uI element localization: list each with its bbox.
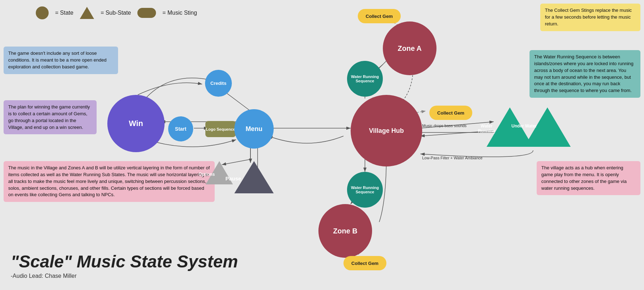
legend-substate-label: = Sub-State — [101, 10, 131, 16]
label-low-pass: Low-Pass Filter + Water Ambiance — [422, 156, 483, 160]
legend-state-shape — [36, 6, 49, 19]
node-zone-b: Zone B — [318, 204, 372, 258]
node-water-running-seq-top: Water Running Sequence — [347, 61, 383, 97]
legend: = State = Sub-State = Music Sting — [36, 6, 197, 19]
node-collect-gem-1: Collect Gem — [358, 9, 401, 23]
node-village-hub: Village Hub — [351, 95, 422, 166]
node-collect-gem-3: Collect Gem — [343, 256, 386, 270]
node-start: Start — [168, 116, 193, 141]
info-water-running: The Water Running Sequence is between is… — [530, 50, 640, 98]
node-water-running-seq-bot: Water Running Sequence — [347, 172, 383, 208]
node-menu: Menu — [234, 109, 274, 149]
legend-sting-shape — [137, 8, 156, 18]
node-pause: Pause — [234, 161, 274, 193]
diagram-container: { "legend": { "state_label": "= State", … — [0, 0, 644, 290]
title-sub: -Audio Lead: Chase Miller — [11, 273, 238, 279]
legend-substate-shape — [80, 7, 94, 19]
node-collect-gem-2: Collect Gem — [429, 106, 472, 120]
info-game-loop: The game doesn't include any sort of loo… — [4, 47, 118, 74]
info-music-layering: The music in the Village and Zones A and… — [4, 161, 215, 202]
node-win: Win — [107, 95, 165, 152]
legend-state-label: = State — [55, 10, 73, 16]
label-music-drops: Music drops bass sounds — [422, 124, 467, 128]
title-main: "Scale" Music State System — [11, 252, 238, 271]
node-logo-sequence: Logo Sequence — [205, 121, 236, 137]
node-underwater-sub: Under Water — [524, 107, 571, 147]
legend-sting-label: = Music Sting — [162, 10, 197, 16]
node-credits: Credits — [205, 70, 232, 97]
node-zone-a: Zone A — [383, 21, 436, 75]
info-collect-gem: The Collect Gem Stings replace the music… — [540, 4, 640, 31]
info-village-hub: The village acts as a hub when entering … — [537, 161, 640, 195]
title-block: "Scale" Music State System -Audio Lead: … — [11, 252, 238, 279]
info-win-condition: The plan for winning the game currently … — [4, 100, 97, 134]
